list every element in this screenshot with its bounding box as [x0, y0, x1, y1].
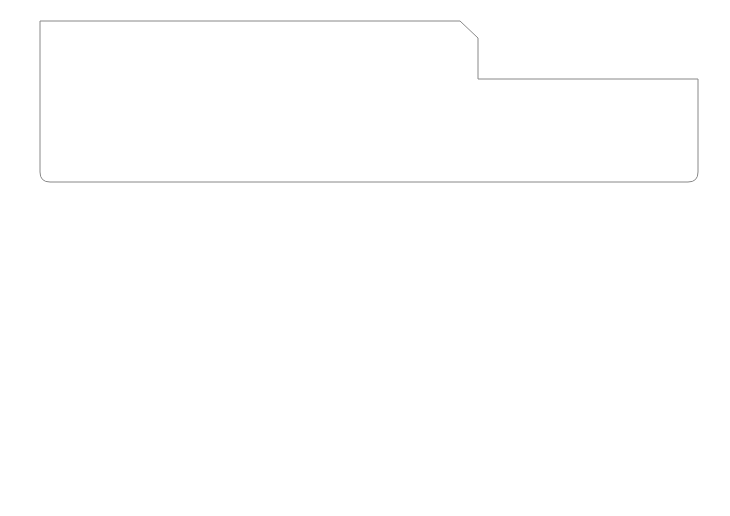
outline-path [40, 21, 698, 182]
diagram-canvas [0, 0, 730, 516]
outline-shape [0, 0, 730, 516]
